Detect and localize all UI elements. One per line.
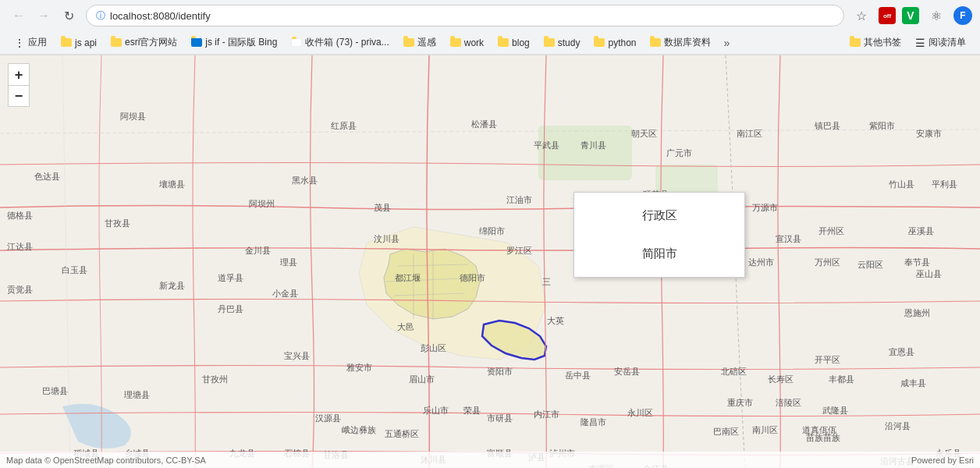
browser-chrome: ← → ↻ ⓘ localhost:8080/identify ☆ off V … [0,0,980,55]
folder-icon [498,38,509,47]
bookmark-jsapi[interactable]: js api [55,35,103,51]
identify-popup: 行政区 简阳市 [573,192,745,278]
bookmark-remote-sensing-label: 遥感 [417,36,436,49]
bookmark-right-section: 其他书签 ☰ 阅读清单 [843,34,972,51]
browser-toolbar: ← → ↻ ⓘ localhost:8080/identify ☆ off V … [0,0,980,31]
url-text: localhost:8080/identify [110,10,211,22]
gmail-icon [291,38,302,47]
folder-icon [850,38,861,47]
extension-v-icon: V [902,7,919,24]
folder-icon [403,38,414,47]
folder-icon [450,38,461,47]
extensions-button[interactable]: ⚛ [925,5,947,27]
map-svg [0,55,980,468]
bookmark-study[interactable]: study [538,35,587,51]
bookmark-python-label: python [608,37,636,48]
folder-icon [594,38,605,47]
other-bookmarks[interactable]: 其他书签 [843,34,907,51]
map-container[interactable]: 阿坝县红原县松潘县平武县青川县朝天区广元市南江区镇巴县紫阳市安康市色达县壤塘县黑… [0,55,980,468]
bookmark-blog-label: blog [512,37,530,48]
bookmark-python[interactable]: python [588,35,642,51]
apps-icon: ⋮ [14,37,25,49]
reading-list[interactable]: ☰ 阅读清单 [909,34,972,51]
popup-field-label: 行政区 [642,208,677,222]
reading-list-label: 阅读清单 [929,36,966,49]
forward-button[interactable]: → [33,5,55,27]
bookmark-gmail[interactable]: 收件箱 (73) - priva... [285,34,395,51]
bookmark-bing[interactable]: js if - 国际版 Bing [185,34,283,51]
bookmark-blog[interactable]: blog [492,35,536,51]
bookmark-esri[interactable]: esri官方网站 [105,34,183,51]
nav-buttons: ← → ↻ [8,5,80,27]
bookmark-remote-sensing[interactable]: 遥感 [397,34,442,51]
bookmark-apps-label: 应用 [28,36,47,49]
folder-icon [111,38,122,47]
browser-actions: ☆ off V ⚛ F [850,5,972,27]
bookmarks-bar: ⋮ 应用 js api esri官方网站 js if - 国际版 Bing 收件… [0,31,980,55]
bookmark-apps[interactable]: ⋮ 应用 [8,34,53,51]
svg-rect-1 [538,126,632,180]
folder-icon [61,38,72,47]
bookmark-work-label: work [464,37,484,48]
address-bar[interactable]: ⓘ localhost:8080/identify [86,5,844,27]
extension-off-icon: off [879,7,896,24]
other-bookmarks-label: 其他书签 [864,36,901,49]
reload-button[interactable]: ↻ [58,5,80,27]
bookmark-bing-label: js if - 国际版 Bing [205,36,277,49]
bookmark-star-button[interactable]: ☆ [850,5,872,27]
bookmark-work[interactable]: work [444,35,490,51]
zoom-controls: + − [8,63,30,107]
bookmark-jsapi-label: js api [75,37,97,48]
bookmark-database-label: 数据库资料 [664,36,711,49]
attribution-right: Powered by Esri [911,456,974,465]
map-attribution: Map data © OpenStreetMap contributors, C… [0,452,980,468]
bookmark-database[interactable]: 数据库资料 [644,34,717,51]
zoom-out-button[interactable]: − [8,85,30,107]
bookmark-esri-label: esri官方网站 [125,36,177,49]
reading-list-icon: ☰ [915,37,925,49]
more-bookmarks-button[interactable]: » [719,34,734,51]
user-avatar: F [953,6,972,25]
attribution-left: Map data © OpenStreetMap contributors, C… [6,456,206,465]
back-button[interactable]: ← [8,5,30,27]
security-icon: ⓘ [96,9,105,23]
bookmark-study-label: study [558,37,581,48]
folder-icon [544,38,555,47]
popup-field-value: 简阳市 [642,246,677,260]
folder-icon [191,38,202,47]
folder-icon [650,38,661,47]
zoom-in-button[interactable]: + [8,63,30,85]
bookmark-gmail-label: 收件箱 (73) - priva... [305,36,389,49]
